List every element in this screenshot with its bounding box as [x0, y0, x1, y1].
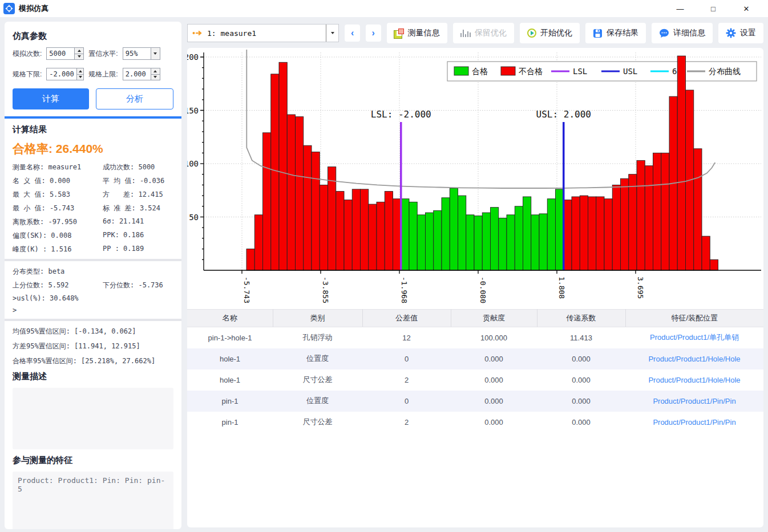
table-cell: hole-1	[187, 369, 273, 391]
keep-optimization-button[interactable]: 保留优化	[453, 23, 515, 43]
dist-right	[103, 267, 173, 277]
stat-left: 名 义 值: 0.000	[13, 176, 103, 186]
spin-up-icon[interactable]	[75, 48, 83, 54]
column-header[interactable]: 类别	[273, 310, 362, 327]
settings-button[interactable]: 设置	[718, 23, 763, 43]
table-cell: pin-1	[187, 391, 273, 412]
upper-spec-value[interactable]: 2.000	[123, 68, 151, 80]
column-header[interactable]: 公差值	[362, 310, 451, 327]
confidence-value[interactable]: 95%	[123, 48, 151, 59]
spin-up-icon[interactable]	[77, 68, 84, 74]
start-optimization-button[interactable]: 开始优化	[520, 23, 580, 43]
table-cell: 0.000	[537, 369, 625, 391]
chevron-down-icon[interactable]	[326, 25, 338, 42]
svg-text:LSL: -2.000: LSL: -2.000	[371, 109, 431, 120]
save-icon	[593, 29, 603, 38]
sim-count-spinner[interactable]: 5000	[46, 47, 84, 60]
chevron-down-icon[interactable]	[151, 48, 160, 59]
table-cell: 尺寸公差	[273, 412, 362, 433]
feature-link[interactable]: Product/Product1/Hole/Hole	[625, 348, 763, 369]
pass-rate-value: 26.440%	[56, 142, 103, 155]
minimize-button[interactable]: —	[674, 5, 686, 13]
play-icon	[527, 29, 536, 38]
lower-spec-label: 规格下限:	[13, 70, 42, 79]
measure-info-button[interactable]: 测量信息	[387, 23, 447, 43]
measured-features-box[interactable]: Product: Product1: Pin: Pin: pin-5	[13, 472, 173, 529]
stat-row: 最 小 值: -5.743标 准 差: 3.524	[13, 204, 173, 213]
contribution-table: 名称类别公差值贡献度传递系数特征/装配位置 pin-1->hole-1孔销浮动1…	[187, 309, 763, 433]
measure-select[interactable]: 1: measure1	[187, 24, 339, 42]
feature-link[interactable]: Product/Product1/单孔单销	[625, 327, 763, 348]
svg-text:-1.968: -1.968	[400, 277, 409, 303]
sim-count-value[interactable]: 5000	[47, 48, 74, 59]
column-header[interactable]: 贡献度	[451, 310, 537, 327]
stat-row: 测量名称: measure1成功次数: 5000	[13, 163, 173, 172]
simulation-sidebar: 仿真参数 模拟次数: 5000 置信水平: 95% 规格下限: -2.000 规…	[5, 22, 181, 529]
lower-spec-spinner[interactable]: -2.000	[46, 68, 84, 80]
lower-spec-value[interactable]: -2.000	[47, 68, 76, 80]
table-cell: pin-1	[187, 412, 273, 433]
stat-row: 分布类型: beta	[13, 267, 173, 277]
table-row[interactable]: pin-1->hole-1孔销浮动12100.00011.413Product/…	[187, 327, 763, 348]
table-row[interactable]: pin-1尺寸公差20.0000.000Product/Product1/Pin…	[187, 412, 763, 433]
next-measure-button[interactable]: ›	[366, 25, 381, 42]
gear-icon	[726, 28, 736, 38]
svg-text:USL: USL	[623, 67, 637, 76]
prev-measure-button[interactable]: ‹	[345, 25, 360, 42]
calculate-button[interactable]: 计算	[13, 88, 89, 109]
stat-right: 方 差: 12.415	[103, 190, 173, 200]
feature-link[interactable]: Product/Product1/Pin/Pin	[625, 391, 763, 412]
feature-link[interactable]: Product/Product1/Pin/Pin	[625, 412, 763, 433]
app-icon	[3, 3, 15, 14]
sim-count-label: 模拟次数:	[13, 49, 42, 59]
measure-select-value: 1: measure1	[207, 29, 326, 38]
svg-text:150: 150	[187, 106, 199, 115]
maximize-button[interactable]: □	[708, 5, 719, 13]
confidence-intervals: 均值95%置信区间: [-0.134, 0.062]方差95%置信区间: [11…	[13, 327, 173, 366]
measure-arrow-icon	[192, 30, 204, 36]
stat-right: PPK: 0.186	[103, 231, 173, 241]
table-row[interactable]: hole-1尺寸公差20.0000.000Product/Product1/Ho…	[187, 369, 763, 391]
svg-text:USL: 2.000: USL: 2.000	[536, 109, 591, 120]
spin-down-icon[interactable]	[77, 74, 84, 80]
svg-text:-0.080: -0.080	[479, 277, 487, 303]
stat-left: 最 大 值: 5.583	[13, 190, 103, 200]
table-cell: 位置度	[273, 348, 362, 369]
histogram-chart[interactable]: 50100150200-5.743-3.855-1.968-0.0801.808…	[187, 48, 763, 307]
close-button[interactable]: ✕	[741, 5, 752, 13]
table-header: 名称类别公差值贡献度传递系数特征/装配位置	[187, 310, 763, 327]
feature-link[interactable]: Product/Product1/Hole/Hole	[625, 369, 763, 391]
svg-text:-5.743: -5.743	[242, 277, 251, 303]
details-button[interactable]: 详细信息	[652, 23, 713, 43]
table-row[interactable]: hole-1位置度00.0000.000Product/Product1/Hol…	[187, 348, 763, 369]
pass-rate-label: 合格率:	[13, 142, 52, 155]
column-header[interactable]: 传递系数	[537, 310, 625, 327]
spin-down-icon[interactable]	[75, 54, 83, 60]
measure-description-box[interactable]	[13, 388, 173, 449]
upper-spec-spinner[interactable]: 2.000	[123, 68, 160, 80]
confidence-interval-line: 方差95%置信区间: [11.941, 12.915]	[13, 342, 173, 351]
table-cell: 0.000	[451, 391, 537, 412]
save-results-button[interactable]: 保存结果	[585, 23, 646, 43]
stat-right: 成功次数: 5000	[103, 163, 173, 172]
divider	[5, 259, 181, 261]
spin-down-icon[interactable]	[151, 74, 160, 80]
analyze-button[interactable]: 分析	[96, 88, 173, 109]
svg-text:50: 50	[189, 213, 199, 222]
column-header[interactable]: 名称	[187, 310, 273, 327]
results-title: 计算结果	[13, 124, 173, 135]
table-cell: 100.000	[451, 327, 537, 348]
svg-text:100: 100	[187, 159, 199, 168]
confidence-label: 置信水平:	[88, 49, 118, 59]
svg-text:200: 200	[187, 52, 199, 62]
confidence-select[interactable]: 95%	[123, 47, 160, 60]
stat-right: PP : 0.189	[103, 245, 173, 254]
spin-up-icon[interactable]	[151, 68, 160, 74]
svg-text:1.808: 1.808	[557, 277, 566, 299]
svg-text:3.695: 3.695	[636, 277, 645, 299]
column-header[interactable]: 特征/装配位置	[625, 310, 763, 327]
stat-row: 上分位数: 5.592下分位数: -5.736	[13, 281, 173, 290]
stat-left: 峰度(K) : 1.516	[13, 245, 103, 254]
table-row[interactable]: pin-1位置度00.0000.000Product/Product1/Pin/…	[187, 391, 763, 412]
divider	[5, 319, 181, 321]
